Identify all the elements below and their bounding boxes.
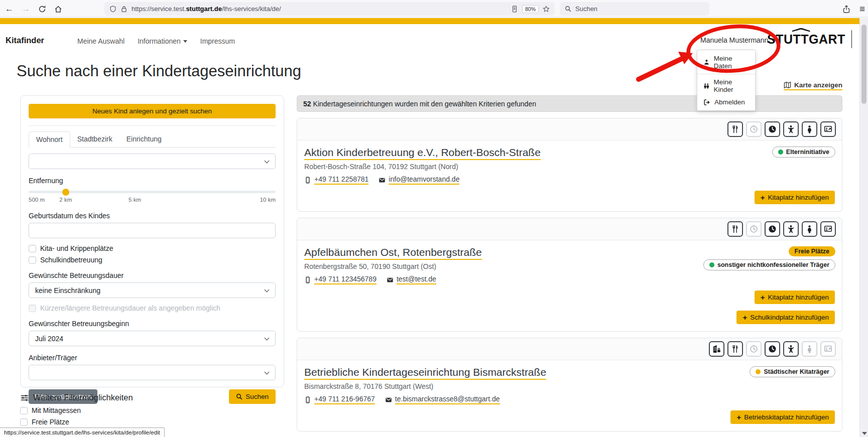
- user-menu-toggle[interactable]: Manuela Mustermann: [700, 36, 775, 44]
- email-link[interactable]: te.bismarckstrasse8@stuttgart.de: [385, 395, 500, 404]
- child-icon[interactable]: [783, 121, 799, 137]
- clock-filled-icon[interactable]: [765, 121, 780, 137]
- status-bar-url: https://service.test.stuttgart.de/lhs-se…: [0, 427, 165, 437]
- checkbox-icon[interactable]: [29, 245, 36, 252]
- meal-icon[interactable]: [727, 221, 743, 237]
- scrollbar-down-arrow[interactable]: [862, 432, 867, 435]
- checkbox-duration-flexible: Kürzere/längere Betreuungsdauer als ange…: [29, 304, 276, 312]
- board-icon[interactable]: [820, 221, 836, 237]
- add-kitaplatz-button[interactable]: + Kitaplatz hinzufügen: [755, 191, 835, 204]
- email-link[interactable]: test@test.de: [387, 275, 436, 284]
- phone-link[interactable]: +49 711 216-96767: [304, 395, 375, 404]
- logo-divider: [851, 30, 852, 48]
- board-icon[interactable]: [820, 341, 836, 357]
- back-icon[interactable]: ←: [5, 5, 14, 13]
- checkbox-schulkind[interactable]: Schulkindbetreuung: [29, 256, 276, 264]
- menu-item-abmelden[interactable]: Abmelden: [697, 96, 755, 108]
- company-building-icon[interactable]: [709, 341, 724, 357]
- clock-filled-icon[interactable]: [765, 341, 780, 357]
- menu-icon[interactable]: ≡: [859, 4, 865, 15]
- map-icon: [784, 81, 791, 89]
- page-title: Suche nach einer Kindertageseinrichtung: [17, 62, 301, 80]
- checkbox-icon[interactable]: [20, 418, 28, 426]
- kita-title-link[interactable]: Betriebliche Kindertageseinrichtung Bism…: [304, 366, 546, 380]
- start-select[interactable]: Juli 2024: [29, 331, 276, 346]
- checkbox-freie-plaetze[interactable]: Freie Plätze: [20, 418, 281, 426]
- home-icon[interactable]: [54, 5, 62, 13]
- reader-mode-icon[interactable]: [511, 6, 518, 13]
- phone-link[interactable]: +49 711 123456789: [304, 275, 377, 284]
- child-icon[interactable]: [783, 341, 799, 357]
- forward-icon[interactable]: →: [22, 5, 30, 13]
- browser-search-input[interactable]: Suchen: [560, 2, 709, 16]
- checkbox-kita-krippen[interactable]: Kita- und Krippenplätze: [29, 244, 276, 252]
- green-dot-icon: [709, 262, 714, 267]
- menu-item-meine-kinder[interactable]: Meine Kinder: [697, 76, 755, 96]
- clock-filled-icon[interactable]: [765, 221, 780, 237]
- shield-icon[interactable]: [109, 6, 116, 13]
- provider-select[interactable]: [29, 365, 276, 380]
- nav-meine-auswahl[interactable]: Meine Auswahl: [77, 37, 125, 45]
- bookmark-star-icon[interactable]: [543, 6, 550, 13]
- meal-icon[interactable]: [727, 121, 743, 137]
- email-link[interactable]: info@teamvorstand.de: [379, 175, 459, 185]
- chevron-down-icon: [265, 370, 270, 375]
- slider-track[interactable]: [29, 191, 276, 193]
- meal-icon[interactable]: [727, 341, 743, 357]
- tab-einrichtung[interactable]: Einrichtung: [119, 131, 169, 148]
- kita-card: Apfelbäumchen Ost, Rotenbergstraße Roten…: [297, 218, 842, 332]
- browser-chrome: ← → https://service.test.stuttgart.de/lh…: [0, 0, 868, 18]
- kita-card: Aktion Kinderbetreuung e.V., Robert-Bosc…: [297, 118, 842, 212]
- board-icon[interactable]: [820, 121, 836, 137]
- lock-icon[interactable]: [120, 6, 128, 13]
- distance-slider[interactable]: 500 m 2 km 5 km 10 km: [29, 191, 276, 204]
- tick-10km: 10 km: [260, 197, 276, 203]
- url-text: https://service.test.stuttgart.de/lhs-se…: [132, 5, 281, 13]
- reload-icon[interactable]: [38, 5, 46, 13]
- child-icon[interactable]: [783, 221, 799, 237]
- sliders-icon: [20, 393, 29, 402]
- adult-icon[interactable]: [802, 341, 817, 357]
- share-icon[interactable]: [842, 5, 850, 13]
- adult-icon[interactable]: [802, 121, 817, 137]
- kita-title-link[interactable]: Aktion Kinderbetreuung e.V., Robert-Bosc…: [304, 147, 541, 160]
- kita-title-link[interactable]: Apfelbäumchen Ost, Rotenbergstraße: [304, 246, 482, 260]
- phone-icon: [304, 396, 311, 403]
- adult-icon[interactable]: [802, 221, 817, 237]
- clock-outline-icon[interactable]: [746, 121, 762, 137]
- brand-top-bar: [0, 18, 859, 24]
- address-select[interactable]: [29, 154, 276, 169]
- menu-item-meine-daten[interactable]: Meine Daten: [697, 52, 755, 72]
- checkbox-icon[interactable]: [29, 256, 36, 264]
- zoom-level-badge[interactable]: 80%: [522, 5, 539, 13]
- chevron-down-icon: [265, 287, 270, 293]
- clock-outline-icon[interactable]: [746, 221, 762, 237]
- results-summary: 52 Kindertageseinrichtungen wurden mit d…: [297, 95, 842, 112]
- new-child-button[interactable]: Neues Kind anlegen und gezielt suchen: [29, 104, 276, 118]
- card-feature-icons: [297, 338, 842, 360]
- add-schulkindplatz-button[interactable]: + Schulkindplatz hinzufügen: [736, 311, 835, 324]
- page-scrollbar[interactable]: [859, 18, 868, 437]
- birthdate-input[interactable]: [29, 223, 276, 238]
- phone-link[interactable]: +49 711 2258781: [304, 175, 368, 185]
- nav-informationen[interactable]: Informationen: [138, 37, 187, 45]
- browser-search-placeholder: Suchen: [575, 5, 597, 13]
- tab-wohnort[interactable]: Wohnort: [29, 131, 70, 148]
- show-map-link[interactable]: Karte anzeigen: [784, 81, 842, 90]
- add-kitaplatz-button[interactable]: + Kitaplatz hinzufügen: [755, 290, 835, 304]
- tab-stadtbezirk[interactable]: Stadtbezirk: [70, 131, 119, 148]
- nav-impressum[interactable]: Impressum: [200, 37, 235, 45]
- yellow-dot-icon: [756, 369, 761, 374]
- url-bar[interactable]: https://service.test.stuttgart.de/lhs-se…: [104, 2, 555, 16]
- card-feature-icons: [297, 118, 842, 140]
- duration-select[interactable]: keine Einschränkung: [29, 282, 276, 298]
- more-filters-title[interactable]: Weitere Filtermöglichkeiten: [20, 393, 281, 402]
- clock-outline-icon[interactable]: [746, 341, 762, 357]
- slider-knob[interactable]: [62, 189, 69, 196]
- checkbox-icon[interactable]: [20, 407, 28, 414]
- app-brand[interactable]: Kitafinder: [6, 36, 44, 45]
- checkbox-mittagessen[interactable]: Mit Mittagessen: [20, 406, 281, 414]
- scrollbar-thumb[interactable]: [861, 25, 866, 104]
- start-label: Gewünschter Betreuungsbeginn: [29, 320, 276, 328]
- add-betriebskitaplatz-button[interactable]: + Betriebskitaplatz hinzufügen: [730, 410, 835, 424]
